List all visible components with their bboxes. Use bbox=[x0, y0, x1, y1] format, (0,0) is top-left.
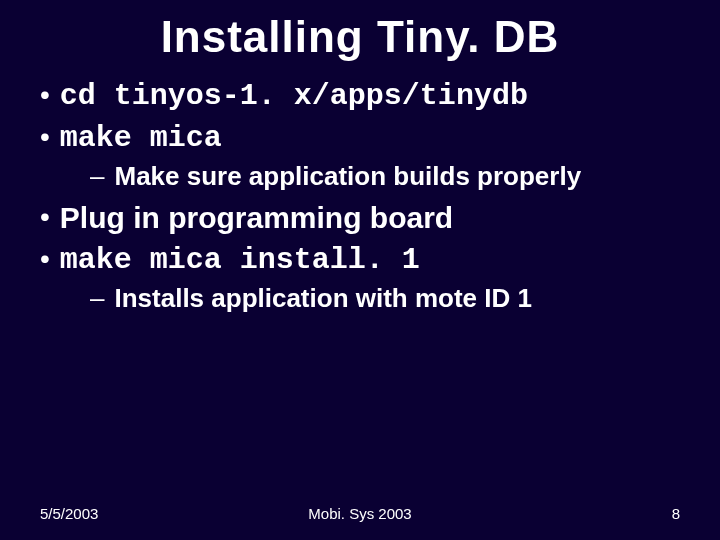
sub-bullet-item: – Make sure application builds properly bbox=[90, 160, 700, 192]
slide-content: • cd tinyos-1. x/apps/tinydb • make mica… bbox=[0, 78, 720, 314]
bullet-text: make mica bbox=[60, 120, 222, 156]
bullet-text: make mica install. 1 bbox=[60, 242, 420, 278]
bullet-marker: • bbox=[40, 78, 50, 112]
sub-bullet-text: Make sure application builds properly bbox=[114, 160, 581, 192]
sub-bullet-item: – Installs application with mote ID 1 bbox=[90, 282, 700, 314]
bullet-text: cd tinyos-1. x/apps/tinydb bbox=[60, 78, 528, 114]
sub-bullet-text: Installs application with mote ID 1 bbox=[114, 282, 532, 314]
bullet-text: Plug in programming board bbox=[60, 200, 453, 236]
sub-bullet-marker: – bbox=[90, 160, 104, 192]
bullet-marker: • bbox=[40, 242, 50, 276]
footer-event: Mobi. Sys 2003 bbox=[0, 505, 720, 522]
bullet-marker: • bbox=[40, 200, 50, 234]
bullet-item: • make mica bbox=[40, 120, 700, 156]
bullet-item: • make mica install. 1 bbox=[40, 242, 700, 278]
slide: Installing Tiny. DB • cd tinyos-1. x/app… bbox=[0, 0, 720, 540]
bullet-item: • Plug in programming board bbox=[40, 200, 700, 236]
bullet-item: • cd tinyos-1. x/apps/tinydb bbox=[40, 78, 700, 114]
slide-title: Installing Tiny. DB bbox=[0, 0, 720, 72]
bullet-marker: • bbox=[40, 120, 50, 154]
sub-bullet-marker: – bbox=[90, 282, 104, 314]
slide-footer: 5/5/2003 Mobi. Sys 2003 8 bbox=[0, 505, 720, 522]
